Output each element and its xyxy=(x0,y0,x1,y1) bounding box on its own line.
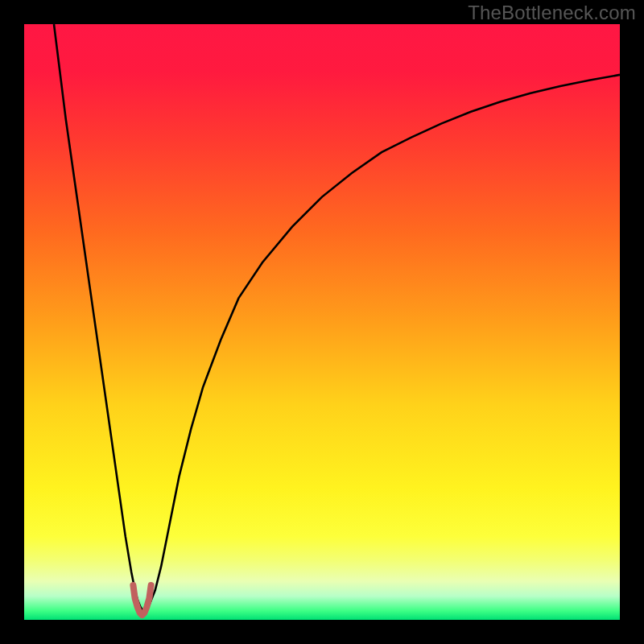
plot-area xyxy=(24,24,620,620)
chart-frame: TheBottleneck.com xyxy=(0,0,644,644)
bottleneck-chart xyxy=(24,24,620,620)
gradient-background xyxy=(24,24,620,620)
attribution-label: TheBottleneck.com xyxy=(468,2,636,24)
